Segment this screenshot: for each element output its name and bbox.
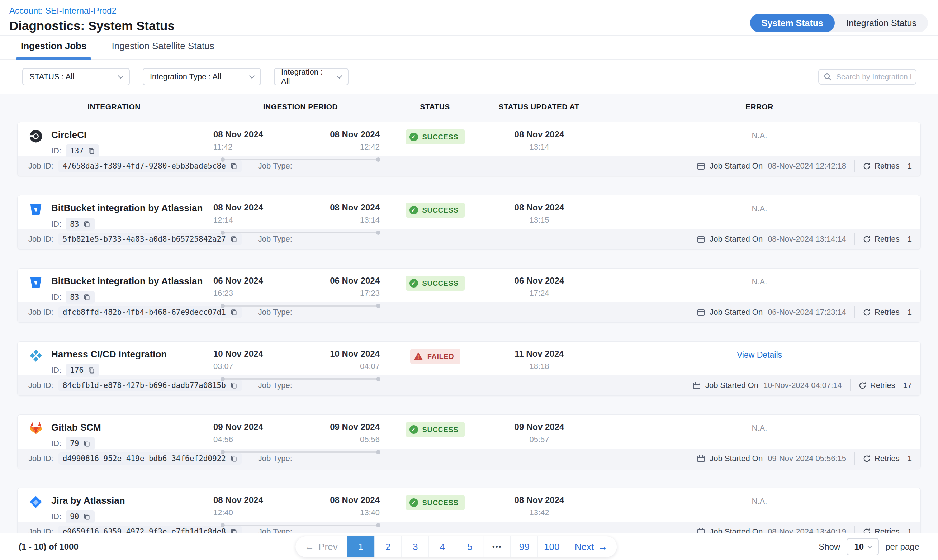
vertical-divider	[249, 233, 250, 245]
job-started-on-label: Job Started On	[710, 527, 763, 534]
page-button[interactable]: 1	[348, 536, 375, 557]
retries-icon	[863, 308, 871, 317]
job-id-chip: e0659f16-6359-4972-9f3e-e7fb1d1c8de8	[58, 526, 242, 534]
retries-label: Retries	[875, 454, 900, 463]
integration-name: Gitlab SCM	[51, 422, 101, 433]
page-size-select[interactable]: 10	[847, 538, 879, 555]
period-end-date: 08 Nov 2024	[330, 203, 380, 212]
retries-value: 1	[907, 162, 912, 171]
job-started-on-value: 08-Nov-2024 13:40:19	[768, 527, 846, 534]
period-start-date: 08 Nov 2024	[213, 495, 263, 505]
job-started-on-label: Job Started On	[710, 308, 763, 317]
error-cell-text: N.A.	[752, 277, 767, 286]
column-header-status: STATUS	[390, 103, 480, 111]
copy-icon[interactable]	[88, 367, 95, 374]
period-start-time: 04:56	[213, 435, 263, 444]
copy-icon[interactable]	[230, 528, 237, 534]
calendar-icon	[697, 308, 705, 317]
period-end-time: 12:42	[330, 142, 380, 152]
page-size-value: 10	[854, 542, 864, 552]
status-label: SUCCESS	[422, 133, 458, 141]
job-id-label: Job ID:	[28, 234, 54, 244]
gitlab-icon	[29, 422, 43, 435]
period-start-date: 10 Nov 2024	[213, 349, 263, 359]
copy-icon[interactable]	[230, 309, 237, 316]
period-end-time: 13:14	[330, 215, 380, 225]
retries-icon	[863, 162, 871, 170]
page-button[interactable]: 100	[538, 536, 566, 557]
status-filter-dropdown[interactable]: STATUS : All	[22, 68, 130, 85]
status-updated-time: 18:18	[480, 362, 598, 371]
ingestion-period-cell: 10 Nov 202403:07 10 Nov 202404:07	[211, 349, 391, 380]
period-end-date: 06 Nov 2024	[330, 276, 380, 286]
error-cell-text: N.A.	[752, 497, 767, 506]
job-id-value: 5fb821e5-b733-4a83-a0d8-b65725842a27	[63, 235, 226, 243]
page-button[interactable]: 4	[429, 536, 457, 557]
tab-ingestion-jobs[interactable]: Ingestion Jobs	[18, 40, 89, 59]
copy-icon[interactable]	[230, 382, 237, 389]
filter-bar: STATUS : All Integration Type : All Inte…	[0, 60, 938, 94]
integration-id-chip: 176	[66, 364, 99, 377]
status-label: SUCCESS	[422, 206, 458, 214]
period-range-slider	[221, 451, 380, 453]
ingestion-period-cell: 08 Nov 202412:40 08 Nov 202413:40	[211, 495, 391, 526]
vertical-divider	[854, 160, 855, 172]
integration-name: CircleCI	[51, 129, 99, 140]
copy-icon[interactable]	[230, 162, 237, 169]
job-id-label: Job ID:	[28, 308, 54, 317]
status-updated-date: 08 Nov 2024	[480, 495, 598, 505]
retries-icon	[858, 382, 867, 390]
vertical-divider	[854, 526, 855, 534]
page-button[interactable]: 99	[511, 536, 538, 557]
integration-id-chip: 83	[66, 291, 95, 304]
tab-ingestion-satellite-status[interactable]: Ingestion Satellite Status	[109, 40, 216, 59]
copy-icon[interactable]	[230, 235, 237, 243]
status-badge: ✓ SUCCESS	[406, 495, 465, 510]
next-page-button[interactable]: Next →	[566, 536, 617, 557]
column-header-status-updated-at: STATUS UPDATED AT	[480, 103, 598, 111]
job-id-label: Job ID:	[28, 454, 54, 463]
copy-icon[interactable]	[83, 220, 90, 228]
retries-label: Retries	[875, 308, 900, 317]
copy-icon[interactable]	[83, 294, 90, 301]
status-view-toggle: System Status Integration Status	[750, 14, 928, 32]
page-size-group: Show 10 per page	[819, 538, 920, 555]
integration-filter-dropdown[interactable]: Integration : All	[274, 68, 349, 85]
period-start-time: 12:14	[213, 215, 263, 225]
system-status-toggle[interactable]: System Status	[750, 14, 835, 32]
id-label: ID:	[51, 292, 62, 302]
retries-icon	[863, 235, 871, 243]
job-started-on-label: Job Started On	[705, 381, 758, 390]
job-started-on-value: 06-Nov-2024 17:23:14	[768, 308, 846, 317]
period-end-date: 09 Nov 2024	[330, 422, 380, 432]
per-page-label: per page	[885, 542, 920, 552]
status-updated-cell: 08 Nov 2024 13:14	[480, 129, 598, 160]
page-button[interactable]: 3	[402, 536, 429, 557]
tab-bar: Ingestion Jobs Ingestion Satellite Statu…	[0, 36, 938, 60]
job-type-label: Job Type:	[258, 162, 292, 171]
search-input[interactable]	[835, 72, 912, 82]
page-button[interactable]: 2	[375, 536, 402, 557]
period-start-time: 16:23	[213, 289, 263, 298]
page-button[interactable]: 5	[457, 536, 484, 557]
calendar-icon	[697, 162, 705, 170]
job-type-label: Job Type:	[258, 234, 292, 244]
error-cell: N.A.	[598, 422, 920, 453]
copy-icon[interactable]	[88, 147, 95, 154]
copy-icon[interactable]	[230, 455, 237, 462]
status-updated-time: 17:24	[480, 289, 598, 298]
ingestion-period-cell: 08 Nov 202412:14 08 Nov 202413:14	[211, 203, 391, 233]
account-link[interactable]: Account: SEI-Internal-Prod2	[9, 6, 117, 16]
retries-value: 17	[903, 381, 912, 390]
prev-page-button[interactable]: ← Prev	[295, 536, 347, 557]
job-id-chip: 47658da3-f389-4fd7-9280-e5b3bade5c8e	[58, 160, 242, 172]
check-circle-icon: ✓	[409, 498, 418, 507]
bitbucket-icon	[29, 203, 43, 216]
job-type-label: Job Type:	[258, 381, 292, 390]
vertical-divider	[854, 452, 855, 465]
copy-icon[interactable]	[83, 440, 90, 447]
integration-type-filter-dropdown[interactable]: Integration Type : All	[143, 68, 261, 85]
error-cell-text[interactable]: View Details	[737, 350, 782, 360]
copy-icon[interactable]	[83, 513, 90, 520]
integration-status-toggle[interactable]: Integration Status	[835, 14, 928, 32]
